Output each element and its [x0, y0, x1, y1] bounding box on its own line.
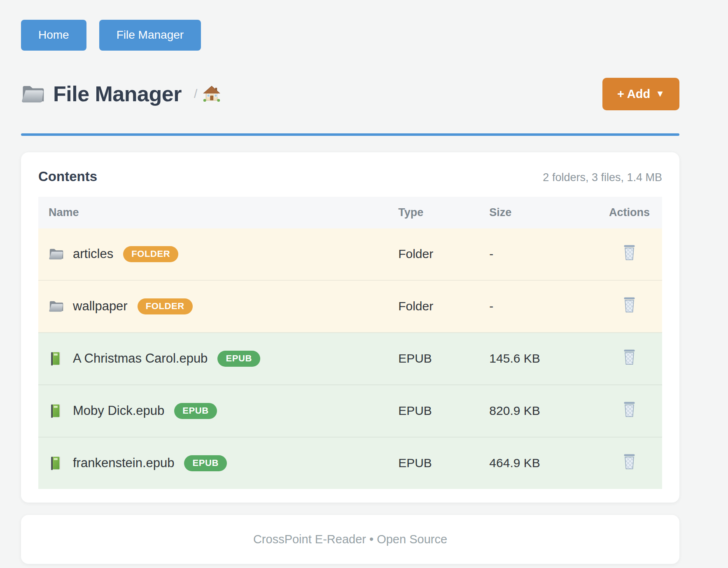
type-cell: EPUB [398, 333, 489, 385]
book-icon [49, 456, 64, 470]
book-icon [49, 352, 64, 365]
size-cell: 145.6 KB [489, 333, 597, 385]
book-icon [49, 404, 64, 418]
delete-button[interactable] [622, 349, 637, 366]
file-name: Moby Dick.epub [73, 403, 164, 418]
table-row: frankenstein.epub EPUB EPUB 464.9 KB [38, 437, 662, 489]
file-link[interactable]: A Christmas Carol.epub EPUB [49, 351, 398, 367]
actions-cell [597, 437, 662, 489]
trash-icon [622, 401, 637, 418]
add-button[interactable]: + Add ▼ [602, 78, 679, 110]
page-container: Home File Manager File Manager / + Add ▼ [21, 0, 679, 564]
footer-text: CrossPoint E-Reader • Open Source [21, 533, 679, 546]
file-name: articles [73, 247, 113, 261]
type-cell: EPUB [398, 385, 489, 437]
column-header-actions: Actions [597, 197, 662, 228]
size-cell: - [489, 280, 597, 333]
files-table: Name Type Size Actions articles [38, 197, 662, 489]
file-link[interactable]: Moby Dick.epub EPUB [49, 403, 398, 419]
size-cell: - [489, 228, 597, 280]
name-cell: articles FOLDER [38, 228, 398, 280]
delete-button[interactable] [622, 453, 637, 470]
name-cell: frankenstein.epub EPUB [38, 437, 398, 489]
type-cell: Folder [398, 280, 489, 333]
folder-badge: FOLDER [123, 246, 178, 262]
actions-cell [597, 280, 662, 333]
size-cell: 820.9 KB [489, 385, 597, 437]
name-cell: wallpaper FOLDER [38, 280, 398, 333]
top-nav: Home File Manager [21, 20, 679, 51]
file-link[interactable]: frankenstein.epub EPUB [49, 455, 398, 471]
folder-link[interactable]: articles FOLDER [49, 246, 398, 262]
size-cell: 464.9 KB [489, 437, 597, 489]
trash-icon [622, 349, 637, 366]
delete-button[interactable] [622, 296, 637, 314]
table-header-row: Name Type Size Actions [38, 197, 662, 228]
home-icon[interactable] [203, 86, 220, 102]
folder-icon [49, 247, 64, 261]
contents-summary: 2 folders, 3 files, 1.4 MB [543, 171, 662, 184]
chevron-down-icon: ▼ [656, 88, 665, 99]
delete-button[interactable] [622, 401, 637, 418]
file-name: A Christmas Carol.epub [73, 351, 208, 366]
folder-link[interactable]: wallpaper FOLDER [49, 298, 398, 314]
epub-badge: EPUB [174, 403, 217, 419]
page-header: File Manager / + Add ▼ [21, 78, 679, 110]
trash-icon [622, 453, 637, 470]
name-cell: Moby Dick.epub EPUB [38, 385, 398, 437]
table-row: Moby Dick.epub EPUB EPUB 820.9 KB [38, 385, 662, 437]
column-header-size: Size [489, 197, 597, 228]
breadcrumb-separator: / [194, 87, 197, 101]
name-cell: A Christmas Carol.epub EPUB [38, 333, 398, 385]
actions-cell [597, 228, 662, 280]
contents-title: Contents [38, 169, 97, 184]
folder-badge: FOLDER [138, 298, 193, 314]
actions-cell [597, 385, 662, 437]
table-row: articles FOLDER Folder - [38, 228, 662, 280]
table-row: A Christmas Carol.epub EPUB EPUB 145.6 K… [38, 333, 662, 385]
column-header-name: Name [38, 197, 398, 228]
delete-button[interactable] [622, 244, 637, 261]
epub-badge: EPUB [217, 351, 260, 367]
epub-badge: EPUB [184, 455, 227, 471]
file-name: frankenstein.epub [73, 456, 174, 470]
file-name: wallpaper [73, 299, 128, 314]
actions-cell [597, 333, 662, 385]
footer-card: CrossPoint E-Reader • Open Source [21, 515, 679, 564]
contents-card-header: Contents 2 folders, 3 files, 1.4 MB [38, 169, 662, 184]
trash-icon [622, 296, 637, 314]
folder-icon [21, 84, 45, 104]
add-button-label: + Add [617, 87, 650, 101]
type-cell: Folder [398, 228, 489, 280]
column-header-type: Type [398, 197, 489, 228]
folder-icon [49, 299, 64, 313]
table-row: wallpaper FOLDER Folder - [38, 280, 662, 333]
trash-icon [622, 244, 637, 261]
nav-home-button[interactable]: Home [21, 20, 86, 51]
header-divider [21, 133, 679, 136]
page-title: File Manager [53, 81, 182, 106]
nav-file-manager-button[interactable]: File Manager [99, 20, 201, 51]
contents-card: Contents 2 folders, 3 files, 1.4 MB Name… [21, 152, 679, 503]
type-cell: EPUB [398, 437, 489, 489]
